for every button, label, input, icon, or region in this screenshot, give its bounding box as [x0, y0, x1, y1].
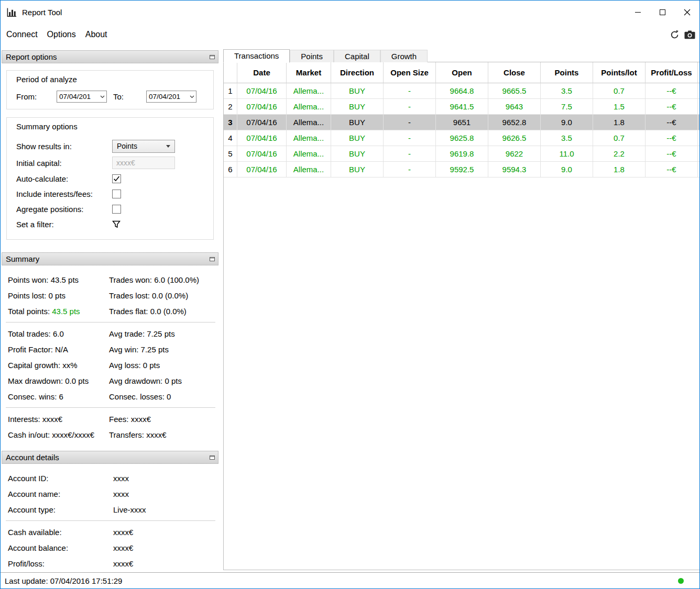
table-cell: 1.5	[593, 99, 646, 115]
summary-row: Total points: 43.5 ptsTrades flat: 0.0 (…	[8, 303, 218, 319]
summary-stat: Trades flat: 0.0 (0.0%)	[109, 307, 218, 316]
initial-capital-input[interactable]	[112, 157, 175, 169]
include-interests-checkbox[interactable]	[112, 190, 121, 198]
account-field-label: Profit/loss:	[8, 559, 113, 568]
account-field-value: xxxx	[113, 474, 218, 483]
table-row[interactable]: 507/04/16Allema...BUY-9619.8962211.02.2-…	[224, 146, 699, 162]
table-cell: 9652.8	[488, 115, 541, 130]
include-interests-label: Include interests/fees:	[16, 190, 112, 198]
table-row[interactable]: 607/04/16Allema...BUY-9592.59594.39.01.8…	[224, 162, 699, 177]
summary-header: Summary	[2, 252, 218, 265]
summary-row: Capital growth: xx%Avg loss: 0 pts	[8, 357, 218, 373]
show-results-dropdown[interactable]: Points	[112, 140, 175, 153]
table-cell: 07/04/16	[237, 99, 287, 115]
account-details-header: Account details	[2, 451, 218, 464]
tab-points[interactable]: Points	[290, 50, 334, 62]
table-row[interactable]: 207/04/16Allema...BUY-9641.596437.51.5--…	[224, 99, 699, 115]
report-options-title: Report options	[6, 52, 57, 61]
menu-options[interactable]: Options	[42, 27, 81, 42]
row-remnant	[698, 130, 699, 146]
summary-stat: Avg loss: 0 pts	[109, 361, 218, 370]
status-bar: Last update: 07/04/2016 17:51:29	[1, 572, 699, 588]
table-cell: 9.0	[541, 115, 593, 130]
account-field-label: Account ID:	[8, 474, 113, 483]
table-cell: 9643	[488, 99, 541, 115]
table-cell: Allema...	[287, 99, 331, 115]
filter-icon[interactable]	[112, 220, 121, 228]
table-cell: --€	[646, 99, 698, 115]
row-number: 1	[224, 83, 237, 99]
table-cell: 0.7	[593, 83, 646, 99]
column-header[interactable]: Points	[541, 62, 593, 83]
table-cell: 07/04/16	[237, 130, 287, 146]
table-cell: Allema...	[287, 146, 331, 162]
float-panel-icon[interactable]	[210, 257, 215, 262]
agregate-positions-checkbox[interactable]	[112, 205, 121, 214]
to-date-combobox[interactable]: 07/04/201	[146, 91, 196, 103]
account-row: Profit/loss:xxxx€	[8, 555, 218, 571]
from-date-combobox[interactable]: 07/04/201	[57, 91, 107, 103]
menu-about[interactable]: About	[81, 27, 112, 42]
table-cell: 9.0	[541, 162, 593, 177]
auto-calculate-checkbox[interactable]	[112, 174, 121, 183]
table-cell: --€	[646, 130, 698, 146]
to-date-value: 07/04/201	[149, 93, 180, 101]
table-row[interactable]: 107/04/16Allema...BUY-9664.89665.53.50.7…	[224, 83, 699, 99]
summary-stat-value: 43.5 pts	[52, 307, 80, 316]
table-row[interactable]: 307/04/16Allema...BUY-96519652.89.01.8--…	[224, 115, 699, 130]
account-field-label: Account balance:	[8, 543, 113, 552]
account-row: Account balance:xxxx€	[8, 540, 218, 555]
chevron-down-icon	[190, 95, 194, 98]
table-cell: 9641.5	[436, 99, 488, 115]
summary-row: Cash in/out: xxxx€/xxxx€Transfers: xxxx€	[8, 427, 218, 442]
account-field-value: xxxx€	[113, 543, 218, 552]
table-header: DateMarketDirectionOpen SizeOpenClosePoi…	[224, 62, 699, 83]
table-cell: BUY	[331, 99, 384, 115]
column-header[interactable]: Open Size	[384, 62, 436, 83]
table-row[interactable]: 407/04/16Allema...BUY-9625.89626.53.50.7…	[224, 130, 699, 146]
connection-status-dot	[678, 578, 684, 584]
dropdown-arrow-icon	[166, 145, 170, 148]
account-field-label: Cash available:	[8, 528, 113, 537]
table-cell: BUY	[331, 130, 384, 146]
chevron-down-icon	[100, 95, 105, 98]
table-cell: -	[384, 83, 436, 99]
summary-stat: Profit Factor: N/A	[8, 345, 109, 354]
row-remnant	[698, 162, 699, 177]
table-cell: -	[384, 146, 436, 162]
table-cell: 11.0	[541, 146, 593, 162]
column-header[interactable]: Profit/Loss	[646, 62, 698, 83]
row-number: 3	[224, 115, 237, 130]
row-remnant	[698, 146, 699, 162]
from-label: From:	[16, 92, 57, 101]
minimize-icon	[635, 12, 641, 13]
period-groupbox: Period of analyze From: 07/04/201 To: 07…	[6, 70, 214, 109]
float-panel-icon[interactable]	[210, 54, 215, 60]
tab-growth[interactable]: Growth	[380, 50, 428, 62]
column-header[interactable]: Open	[436, 62, 488, 83]
tab-bar: TransactionsPointsCapitalGrowth	[223, 49, 428, 62]
table-cell: 2.2	[593, 146, 646, 162]
table-cell: 9619.8	[436, 146, 488, 162]
table-cell: BUY	[331, 146, 384, 162]
column-header[interactable]: Market	[287, 62, 331, 83]
column-header[interactable]: Date	[237, 62, 287, 83]
tab-transactions[interactable]: Transactions	[223, 49, 290, 63]
title-bar: Report Tool	[1, 1, 699, 24]
table-cell: 3.5	[541, 130, 593, 146]
camera-icon[interactable]	[684, 29, 695, 40]
account-field-label: Account name:	[8, 490, 113, 498]
column-header[interactable]: Close	[488, 62, 541, 83]
column-header[interactable]: Points/lot	[593, 62, 646, 83]
column-header[interactable]: Direction	[331, 62, 384, 83]
table-cell: -	[384, 99, 436, 115]
minimize-button[interactable]	[626, 1, 650, 24]
summary-stat: Total points: 43.5 pts	[8, 307, 109, 316]
tab-capital[interactable]: Capital	[334, 50, 380, 62]
close-button[interactable]	[675, 1, 699, 24]
maximize-button[interactable]	[650, 1, 675, 24]
refresh-icon[interactable]	[669, 29, 680, 40]
menu-connect[interactable]: Connect	[2, 27, 42, 42]
float-panel-icon[interactable]	[210, 455, 215, 460]
summary-block-1: Points won: 43.5 ptsTrades won: 6.0 (100…	[8, 272, 218, 319]
